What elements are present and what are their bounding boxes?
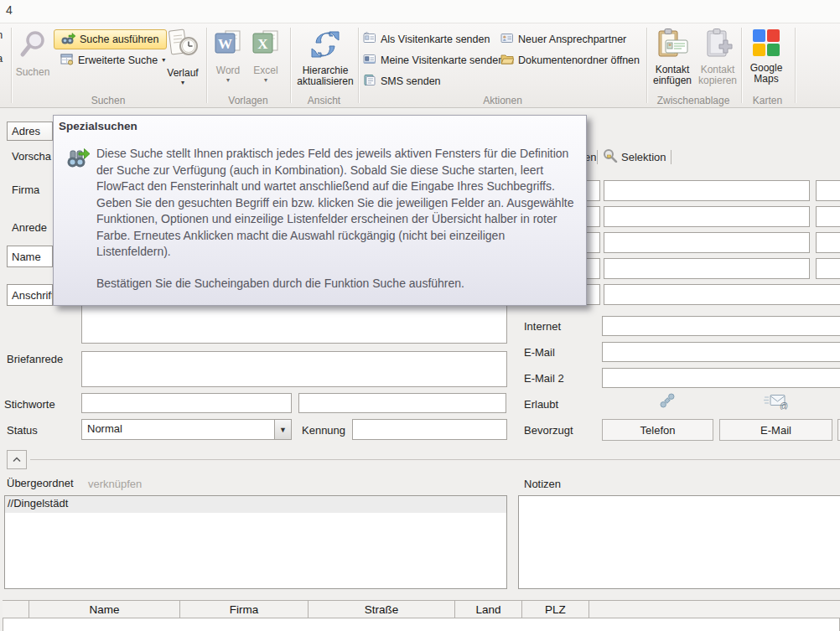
google-maps-button[interactable]: Google Maps [744,28,788,85]
right-row-2-clipped-input[interactable] [816,206,840,227]
meine-visitenkarte-senden-button[interactable]: Meine Visitenkarte senden [363,52,504,69]
group-separator [358,28,360,103]
email2-label: E-Mail 2 [524,372,564,385]
email-allowed-icon[interactable]: @ [763,393,788,413]
right-row-1-input[interactable] [604,180,810,201]
dokumentenordner-oeffnen-button[interactable]: Dokumentenordner öffnen [500,52,640,69]
notizen-label: Notizen [524,478,561,490]
uebergeordnet-listbox[interactable]: //Dingelstädt [4,495,507,589]
copy-contact-icon [701,28,734,63]
stichworte-input-1[interactable] [81,393,292,413]
bevorzugt-label: Bevorzugt [524,424,573,437]
binoculars-run-icon [61,33,75,47]
chevron-down-icon: ▾ [264,78,267,83]
group-separator [11,28,13,103]
email-input[interactable] [602,342,840,362]
erweiterte-suche-button[interactable]: Erweiterte Suche ▾ [54,51,172,70]
suche-ausfuehren-button[interactable]: Suche ausführen [54,29,167,49]
stichworte-label: Stichworte [4,398,55,411]
right-row-2-input[interactable] [604,206,810,227]
tooltip-title: Spezialsuchen [59,120,137,132]
email2-input[interactable] [602,368,840,388]
neuer-ansprechpartner-button[interactable]: Neuer Ansprechpartner [500,31,626,48]
kontakt-kopieren-button[interactable]: Kontakt kopieren [696,28,739,86]
sms-senden-button[interactable]: SMS senden [363,73,441,90]
right-row-5-input[interactable] [604,284,840,305]
group-separator [741,28,743,103]
excel-label: Excel [253,65,277,76]
excel-button[interactable]: X Excel ▾ [248,28,283,83]
section-divider [30,459,840,460]
magnifier-icon [18,28,47,65]
folder-icon [500,53,514,68]
group-label-vorlagen: Vorlagen [207,95,289,106]
sms-icon [363,74,376,89]
tab-adresse[interactable]: Adres [7,122,53,141]
word-button[interactable]: W Word ▾ [210,28,246,83]
phone-allowed-icon[interactable] [659,392,676,412]
selektion-button[interactable]: Selektion [621,151,666,163]
kontakt-kopieren-label: Kontakt kopieren [696,65,739,86]
sms-senden-label: SMS senden [381,75,441,87]
chevron-up-icon [13,457,21,463]
internet-input[interactable] [602,316,840,336]
name-label: Name [12,251,41,263]
paste-contact-icon [656,28,689,63]
bevorzugt-telefon-button[interactable]: Telefon [602,419,713,441]
table-empty-row[interactable] [3,618,840,631]
tooltip-body: Diese Suche stellt Ihnen praktisch jedes… [96,146,581,261]
briefanrede-textarea[interactable] [81,351,507,387]
hierarchie-aktualisieren-button[interactable]: Hierarchie aktualisieren [293,28,357,87]
status-combobox[interactable]: Normal ▼ [81,419,292,440]
anschrift-label: Anschrift [12,289,53,302]
notizen-textarea[interactable] [518,495,840,589]
excel-icon: X [251,28,281,64]
table-header-name[interactable]: Name [29,601,180,618]
verknuepfen-link[interactable]: verknüpfen [88,478,142,490]
right-row-4-clipped-input[interactable] [816,258,840,279]
table-header-land[interactable]: Land [455,601,522,618]
bevorzugt-email-button[interactable]: E-Mail [719,419,832,441]
table-header-plz[interactable]: PLZ [522,601,589,618]
verlauf-button[interactable]: Verlauf ▾ [163,28,203,85]
bevorzugt-email-label: E-Mail [760,424,791,437]
table-header-firma[interactable]: Firma [180,601,309,618]
stichworte-input-2[interactable] [298,393,506,413]
als-visitenkarte-senden-button[interactable]: Als Visitenkarte senden [363,31,490,48]
group-label-suchen: Suchen [13,95,203,106]
kennung-input[interactable] [352,419,507,440]
group-separator [646,28,648,103]
toolbar-separator [597,150,598,164]
suchen-button[interactable]: Suchen [13,28,52,78]
contacts-table-header: Name Firma Straße Land PLZ [3,600,840,618]
group-label-aktionen: Aktionen [359,95,646,106]
anschrift-field-button[interactable]: Anschrift [7,284,53,306]
internet-label: Internet [524,320,561,333]
right-row-3-clipped-input[interactable] [816,232,840,253]
clipped-ribbon-text-top: n [0,28,6,41]
list-item-selected[interactable]: //Dingelstädt [5,496,506,513]
kontakt-einfuegen-button[interactable]: Kontakt einfügen [651,28,694,86]
table-header-strasse[interactable]: Straße [309,601,455,618]
right-row-4-input[interactable] [604,258,810,279]
svg-text:X: X [257,36,268,52]
hierarchie-aktualisieren-label: Hierarchie aktualisieren [293,65,357,87]
name-field-button[interactable]: Name [7,246,53,267]
als-visitenkarte-senden-label: Als Visitenkarte senden [381,34,490,45]
right-row-1-clipped-input[interactable] [816,180,840,201]
bevorzugt-telefon-label: Telefon [640,424,676,437]
table-header-rowselector[interactable] [3,601,29,618]
window-title-fragment: 4 [6,3,13,17]
combobox-arrow-icon[interactable]: ▼ [274,420,291,439]
svg-text:@: @ [780,401,788,410]
suche-ausfuehren-label: Suche ausführen [80,34,159,45]
group-separator [795,28,796,103]
tab-adresse-label: Adres [12,125,40,137]
binoculars-icon [65,147,91,173]
suchen-label: Suchen [16,67,50,78]
kontakt-einfuegen-label: Kontakt einfügen [651,65,694,86]
dokumentenordner-oeffnen-label: Dokumentenordner öffnen [518,54,640,66]
right-row-3-input[interactable] [604,232,810,253]
ribbon: n a Suchen Suche ausführen Erweiterte Su… [0,23,840,108]
collapse-section-button[interactable] [7,450,27,469]
